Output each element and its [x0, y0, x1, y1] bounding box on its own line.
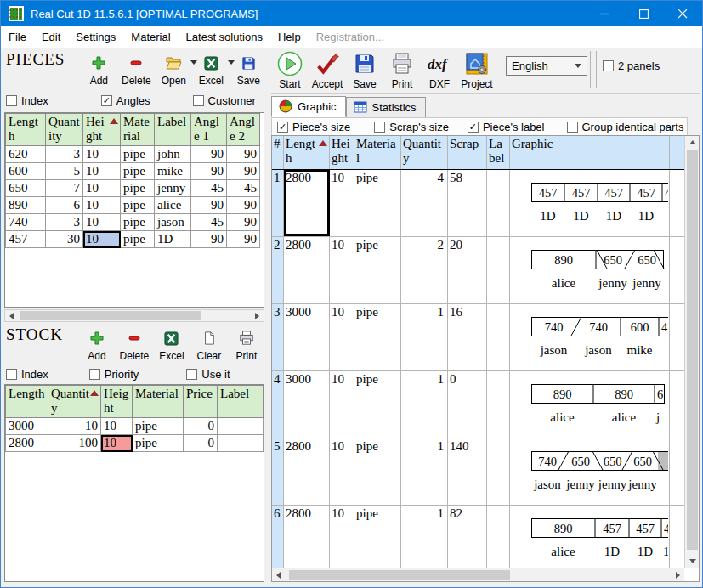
column-header-quantity[interactable]: Quantity: [48, 386, 101, 418]
result-material-cell[interactable]: pipe: [354, 506, 401, 568]
result-num-cell[interactable]: 3: [272, 304, 284, 370]
result-num-cell[interactable]: 1: [272, 170, 284, 236]
cell[interactable]: 10: [101, 418, 133, 435]
result-quantity-cell[interactable]: 1: [401, 371, 448, 438]
result-label-cell[interactable]: [487, 371, 510, 438]
cell[interactable]: 2800: [6, 435, 48, 452]
cell[interactable]: pipe: [121, 214, 155, 231]
column-header-quantity[interactable]: Quantity: [46, 114, 83, 146]
menu-help[interactable]: Help: [270, 27, 309, 47]
cell[interactable]: john: [155, 146, 191, 163]
minimize-button[interactable]: [585, 1, 624, 26]
pieces-save-button[interactable]: Save: [230, 50, 264, 87]
cell[interactable]: [218, 435, 264, 452]
cell[interactable]: 3000: [6, 418, 48, 435]
result-length-cell[interactable]: 3000: [284, 304, 330, 370]
cell[interactable]: 3: [46, 214, 83, 231]
result-length-cell[interactable]: 2800: [284, 438, 330, 505]
close-button[interactable]: [663, 1, 702, 26]
tab-graphic[interactable]: Graphic: [271, 96, 346, 117]
result-label-cell[interactable]: [487, 170, 510, 236]
results-column-header-label[interactable]: Label: [487, 136, 510, 169]
tab-statistics[interactable]: Statistics: [346, 97, 426, 117]
cell[interactable]: mike: [155, 163, 191, 180]
result-num-cell[interactable]: 2: [272, 237, 284, 303]
pieces-checkbox-index[interactable]: Index: [6, 94, 48, 107]
accept-button[interactable]: Accept: [309, 49, 346, 90]
menu-material[interactable]: Material: [123, 27, 178, 47]
result-label-cell[interactable]: [487, 506, 510, 568]
result-material-cell[interactable]: pipe: [354, 304, 401, 370]
cell[interactable]: [218, 418, 264, 435]
result-height-cell[interactable]: 10: [330, 170, 354, 236]
cell[interactable]: 10: [83, 214, 121, 231]
cell[interactable]: 90: [227, 214, 260, 231]
start-button[interactable]: Start: [271, 49, 309, 90]
column-header-label[interactable]: Label: [218, 386, 264, 418]
cell[interactable]: 650: [6, 180, 46, 197]
column-header-material[interactable]: Material: [121, 114, 155, 146]
result-length-cell[interactable]: 2800: [284, 506, 330, 568]
dxf-button[interactable]: dxfDXF: [421, 49, 458, 90]
column-header-label[interactable]: Label: [155, 114, 191, 146]
column-header-angle-1[interactable]: Angle 1: [191, 114, 227, 146]
cell[interactable]: pipe: [121, 180, 155, 197]
cell[interactable]: 45: [227, 180, 260, 197]
result-quantity-cell[interactable]: 2: [401, 237, 448, 303]
save-button[interactable]: Save: [346, 49, 383, 90]
cell[interactable]: 10: [83, 231, 121, 248]
stock-excel-button[interactable]: Excel: [153, 325, 190, 362]
stock-checkbox-priority[interactable]: Priority: [89, 368, 139, 381]
graphic-checkbox-scrap-s-size[interactable]: Scrap's size: [374, 121, 449, 133]
cell[interactable]: 3: [46, 146, 83, 163]
cell[interactable]: 5: [46, 163, 83, 180]
result-label-cell[interactable]: [487, 438, 510, 505]
cell[interactable]: 600: [6, 163, 46, 180]
pieces-open-button[interactable]: Open: [155, 50, 192, 87]
graphic-checkbox-piece-s-size[interactable]: ✓Piece's size: [277, 121, 350, 133]
results-column-header-height[interactable]: Height: [330, 136, 354, 169]
result-quantity-cell[interactable]: 1: [401, 506, 448, 568]
column-header-price[interactable]: Price: [184, 386, 218, 418]
column-header-length[interactable]: Length: [6, 386, 48, 418]
results-column-header-length[interactable]: Length: [284, 136, 330, 169]
project-button[interactable]: Project: [458, 49, 496, 90]
result-label-cell[interactable]: [487, 237, 510, 303]
cell[interactable]: 890: [6, 197, 46, 214]
result-quantity-cell[interactable]: 4: [401, 170, 448, 236]
cell[interactable]: 100: [48, 435, 101, 452]
result-scrap-cell[interactable]: 140: [448, 438, 487, 505]
cell[interactable]: 30: [46, 231, 83, 248]
maximize-button[interactable]: [624, 1, 663, 26]
column-header-length[interactable]: Length: [6, 114, 46, 146]
cell[interactable]: pipe: [133, 418, 184, 435]
result-scrap-cell[interactable]: 82: [448, 506, 487, 568]
cell[interactable]: jason: [155, 214, 191, 231]
result-height-cell[interactable]: 10: [330, 237, 354, 303]
stock-delete-button[interactable]: Delete: [116, 325, 153, 362]
two-panels-checkbox[interactable]: 2 panels: [603, 59, 660, 72]
pieces-checkbox-customer[interactable]: Customer: [193, 94, 256, 107]
cell[interactable]: 0: [184, 418, 218, 435]
cell[interactable]: pipe: [121, 146, 155, 163]
cell[interactable]: pipe: [133, 435, 184, 452]
cell[interactable]: 90: [191, 163, 227, 180]
result-scrap-cell[interactable]: 58: [448, 170, 487, 236]
cell[interactable]: 457: [6, 231, 46, 248]
cell[interactable]: 7: [46, 180, 83, 197]
stock-checkbox-use-it[interactable]: Use it: [186, 368, 230, 381]
results-vscrollbar[interactable]: [684, 136, 699, 568]
result-height-cell[interactable]: 10: [330, 438, 354, 505]
cell[interactable]: 90: [227, 163, 260, 180]
print-button[interactable]: Print: [383, 49, 421, 90]
result-height-cell[interactable]: 10: [330, 371, 354, 438]
pieces-hscrollbar[interactable]: [4, 309, 264, 322]
column-header-height[interactable]: Height: [101, 386, 133, 418]
cell[interactable]: 90: [191, 197, 227, 214]
stock-print-button[interactable]: Print: [228, 325, 264, 362]
cell[interactable]: 1D: [155, 231, 191, 248]
cell[interactable]: 6: [46, 197, 83, 214]
pieces-add-button[interactable]: Add: [80, 50, 117, 87]
cell[interactable]: 10: [83, 146, 121, 163]
stock-checkbox-index[interactable]: Index: [6, 368, 48, 381]
